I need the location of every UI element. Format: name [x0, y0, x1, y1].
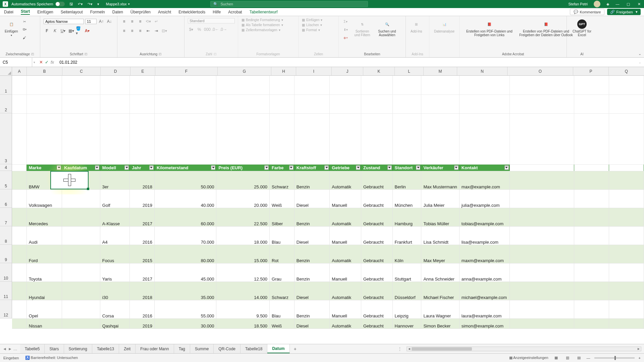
- cell[interactable]: [509, 95, 574, 113]
- filter-dropdown-icon[interactable]: [95, 166, 99, 170]
- cell[interactable]: [574, 189, 609, 208]
- cell[interactable]: 18.000: [216, 226, 270, 245]
- cell[interactable]: Mercedes: [26, 208, 62, 226]
- cell[interactable]: Köln: [392, 245, 421, 263]
- chatgpt-button[interactable]: GPT ChatGPT for Excel: [570, 18, 594, 38]
- cell[interactable]: [330, 76, 361, 95]
- cell[interactable]: 2017: [130, 208, 155, 226]
- cell[interactable]: [12, 263, 26, 282]
- cell[interactable]: 60.000: [154, 208, 216, 226]
- cell[interactable]: Diesel: [294, 189, 330, 208]
- cell[interactable]: Automatik: [330, 171, 361, 189]
- sheets-menu-icon[interactable]: …: [13, 347, 17, 351]
- cell[interactable]: Zustand: [361, 164, 393, 171]
- cell[interactable]: [609, 263, 644, 282]
- cell[interactable]: Gebraucht: [361, 226, 393, 245]
- row-header-3[interactable]: 3: [0, 113, 12, 164]
- cell[interactable]: [574, 245, 609, 263]
- cell[interactable]: Volkswagen: [26, 189, 62, 208]
- cell[interactable]: 35.000: [154, 282, 216, 300]
- cell[interactable]: [459, 76, 509, 95]
- search-box[interactable]: 🔍 Suchen: [210, 1, 368, 7]
- col-header-J[interactable]: J: [332, 67, 363, 76]
- cell[interactable]: [12, 208, 26, 226]
- cell[interactable]: [392, 113, 421, 164]
- cell[interactable]: [509, 263, 574, 282]
- cell[interactable]: [270, 95, 294, 113]
- row-header-9[interactable]: 9: [0, 245, 12, 263]
- cell[interactable]: [154, 76, 216, 95]
- cell[interactable]: [509, 318, 574, 328]
- tab-ansicht[interactable]: Ansicht: [158, 10, 171, 14]
- tab-seitenlayout[interactable]: Seitenlayout: [61, 10, 83, 14]
- cell[interactable]: Grau: [270, 263, 294, 282]
- wrap-text-icon[interactable]: ↵: [153, 18, 160, 25]
- zoom-out-icon[interactable]: —: [587, 356, 590, 360]
- cell[interactable]: 2019: [130, 189, 155, 208]
- cell[interactable]: Blau: [270, 226, 294, 245]
- zoom-slider[interactable]: [594, 357, 635, 359]
- cell[interactable]: Automatik: [330, 282, 361, 300]
- sheet-tab-summe[interactable]: Summe: [190, 344, 214, 353]
- cell[interactable]: [574, 164, 609, 171]
- cell[interactable]: [12, 171, 26, 189]
- cell[interactable]: 2018: [130, 282, 155, 300]
- cell[interactable]: [100, 113, 130, 164]
- cell[interactable]: Gebraucht: [361, 245, 393, 263]
- cell[interactable]: julia@example.com: [459, 189, 509, 208]
- cell[interactable]: [100, 95, 130, 113]
- format-as-table-button[interactable]: ▦Als Tabelle formatieren ▾: [241, 23, 283, 27]
- dialog-launcher-icon[interactable]: ◰: [159, 52, 162, 56]
- tab-acrobat[interactable]: Acrobat: [228, 10, 242, 14]
- filter-dropdown-icon[interactable]: [416, 166, 420, 170]
- cell[interactable]: Gebraucht: [361, 300, 393, 318]
- cell[interactable]: Silber: [270, 208, 294, 226]
- cell[interactable]: 2017: [130, 263, 155, 282]
- diamond-icon[interactable]: ◈: [606, 2, 609, 6]
- acrobat-create-outlook-button[interactable]: 📕 Erstellen von PDF-Dateien und Freigebe…: [518, 18, 574, 38]
- align-bottom-icon[interactable]: ≡: [137, 18, 144, 25]
- cell[interactable]: [509, 189, 574, 208]
- clear-icon[interactable]: ◆▾: [342, 34, 349, 41]
- cell[interactable]: Gebraucht: [361, 171, 393, 189]
- toggle-switch[interactable]: [55, 2, 65, 6]
- cell[interactable]: [509, 226, 574, 245]
- cell[interactable]: Automatik: [330, 208, 361, 226]
- row-header-6[interactable]: 6: [0, 189, 12, 208]
- cell[interactable]: BMW: [26, 171, 62, 189]
- cell[interactable]: 20.000: [216, 189, 270, 208]
- cell[interactable]: [609, 171, 644, 189]
- row-header-4[interactable]: 4: [0, 164, 12, 171]
- cell[interactable]: [216, 95, 270, 113]
- cell[interactable]: [509, 282, 574, 300]
- normal-view-icon[interactable]: ▦: [552, 355, 560, 361]
- cell[interactable]: [459, 113, 509, 164]
- cell-styles-button[interactable]: ▦Zellenformatvorlagen ▾: [241, 28, 283, 32]
- cell[interactable]: [609, 189, 644, 208]
- cell[interactable]: [12, 282, 26, 300]
- cell[interactable]: [294, 113, 330, 164]
- accessibility-status[interactable]: ♿ Barrierefreiheit: Untersuchen: [25, 356, 78, 360]
- cell[interactable]: Diesel: [294, 282, 330, 300]
- autosum-icon[interactable]: Σ▾: [342, 18, 349, 25]
- number-format-select[interactable]: [188, 18, 235, 23]
- cell[interactable]: [574, 95, 609, 113]
- sheet-tab-tabelle18[interactable]: Tabelle18: [240, 344, 267, 353]
- cell[interactable]: Gebraucht: [361, 282, 393, 300]
- row-header-10[interactable]: 10: [0, 263, 12, 282]
- cancel-icon[interactable]: ✕: [39, 60, 43, 65]
- cell[interactable]: Jahr: [130, 164, 155, 171]
- comments-button[interactable]: 💬Kommentare: [570, 9, 604, 15]
- fill-icon[interactable]: ⬇▾: [342, 26, 349, 33]
- cell[interactable]: [509, 164, 574, 171]
- cell[interactable]: Gebraucht: [361, 318, 393, 328]
- cell[interactable]: [459, 95, 509, 113]
- cell[interactable]: [392, 76, 421, 95]
- cell[interactable]: maxm@example.com: [459, 245, 509, 263]
- filter-dropdown-icon[interactable]: [454, 166, 459, 170]
- col-header-G[interactable]: G: [218, 67, 271, 76]
- filter-dropdown-icon[interactable]: [387, 166, 392, 170]
- cell[interactable]: Audi: [26, 226, 62, 245]
- cell[interactable]: Berlin: [392, 171, 421, 189]
- col-header-P[interactable]: P: [573, 67, 609, 76]
